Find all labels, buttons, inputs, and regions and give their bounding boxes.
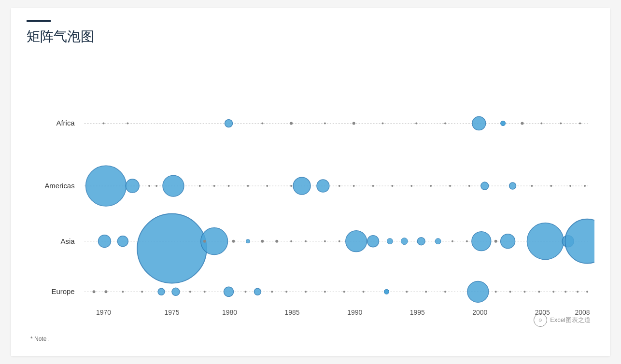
svg-point-33: [372, 185, 374, 187]
svg-point-46: [98, 235, 111, 248]
svg-point-65: [452, 240, 453, 242]
svg-point-1: [102, 123, 104, 125]
svg-point-19: [126, 179, 139, 193]
svg-point-90: [363, 291, 365, 293]
svg-point-75: [104, 290, 107, 293]
svg-point-3: [225, 120, 233, 127]
svg-point-34: [391, 185, 393, 187]
svg-point-69: [501, 234, 515, 249]
svg-point-6: [324, 123, 326, 125]
watermark-text: Excel图表之道: [550, 316, 591, 324]
svg-point-89: [343, 291, 345, 293]
svg-point-42: [550, 185, 552, 187]
x-label-1970: 1970: [96, 308, 111, 316]
svg-point-103: [586, 291, 588, 293]
svg-point-22: [163, 175, 184, 196]
card: 矩阵气泡图 .bubble { fill: #4da6d9; stroke: #…: [11, 8, 610, 356]
svg-point-37: [449, 185, 451, 187]
svg-point-100: [552, 291, 554, 293]
svg-point-2: [127, 123, 128, 125]
svg-point-43: [569, 185, 571, 187]
svg-point-91: [384, 289, 389, 294]
svg-point-93: [425, 291, 427, 293]
svg-point-99: [538, 291, 540, 293]
svg-point-52: [246, 239, 250, 243]
svg-point-76: [122, 291, 124, 293]
svg-point-54: [275, 240, 278, 243]
svg-point-36: [430, 185, 432, 187]
svg-point-57: [324, 240, 326, 242]
svg-point-4: [261, 123, 263, 125]
svg-point-35: [410, 185, 412, 187]
svg-point-92: [406, 291, 408, 293]
svg-point-60: [367, 236, 379, 247]
svg-point-87: [305, 291, 307, 293]
svg-point-97: [509, 291, 511, 293]
x-label-1990: 1990: [347, 308, 362, 316]
svg-point-32: [353, 185, 355, 187]
svg-point-16: [579, 123, 581, 125]
x-label-1985: 1985: [285, 308, 300, 316]
row-label-asia: Asia: [61, 237, 75, 245]
svg-point-13: [521, 122, 524, 125]
row-label-europe: Europe: [51, 287, 74, 295]
svg-point-56: [305, 240, 307, 242]
svg-point-82: [224, 287, 234, 296]
svg-point-44: [584, 185, 586, 187]
svg-point-8: [381, 123, 383, 125]
watermark-icon: ⊙: [534, 313, 547, 327]
chart-title: 矩阵气泡图: [27, 28, 594, 46]
svg-point-40: [509, 182, 516, 189]
svg-point-23: [199, 185, 201, 187]
svg-point-25: [228, 185, 230, 187]
svg-point-78: [158, 288, 165, 295]
chart-area: .bubble { fill: #4da6d9; stroke: #2a7ab5…: [27, 60, 594, 331]
svg-point-66: [466, 240, 468, 242]
svg-point-39: [481, 182, 489, 190]
svg-point-101: [565, 291, 566, 293]
svg-point-10: [444, 123, 446, 125]
svg-point-12: [501, 121, 506, 126]
svg-point-27: [266, 185, 268, 187]
svg-point-80: [189, 291, 191, 293]
svg-point-59: [346, 231, 367, 252]
svg-point-98: [523, 291, 525, 293]
svg-point-15: [560, 123, 562, 125]
svg-point-72: [565, 219, 594, 264]
svg-point-24: [213, 185, 215, 187]
svg-point-48: [137, 214, 207, 283]
svg-point-63: [417, 238, 425, 245]
svg-point-61: [387, 238, 393, 244]
x-label-1980: 1980: [222, 308, 237, 316]
svg-point-67: [472, 232, 491, 251]
svg-point-21: [155, 185, 157, 187]
svg-point-58: [339, 240, 340, 242]
bubble-chart: .bubble { fill: #4da6d9; stroke: #2a7ab5…: [27, 60, 594, 331]
svg-point-64: [435, 238, 441, 244]
svg-point-7: [353, 122, 355, 125]
svg-point-70: [527, 223, 564, 260]
svg-point-84: [254, 288, 261, 295]
svg-point-50: [203, 240, 206, 243]
svg-point-29: [293, 177, 310, 195]
svg-point-14: [540, 123, 542, 125]
svg-point-62: [401, 238, 408, 245]
svg-point-18: [86, 166, 127, 206]
svg-point-102: [577, 291, 579, 293]
svg-point-79: [172, 288, 180, 295]
svg-point-74: [93, 290, 96, 293]
svg-point-85: [271, 291, 273, 293]
x-label-1975: 1975: [164, 308, 179, 316]
svg-point-83: [244, 291, 246, 293]
note-text: * Note .: [30, 336, 50, 342]
svg-point-88: [324, 291, 326, 293]
svg-point-86: [285, 291, 287, 293]
svg-point-51: [232, 240, 235, 243]
svg-point-26: [247, 185, 249, 187]
svg-point-38: [468, 185, 470, 187]
svg-point-94: [444, 291, 446, 293]
svg-point-41: [531, 185, 533, 187]
svg-point-68: [494, 240, 497, 243]
svg-point-55: [290, 240, 292, 242]
svg-point-11: [472, 117, 486, 130]
